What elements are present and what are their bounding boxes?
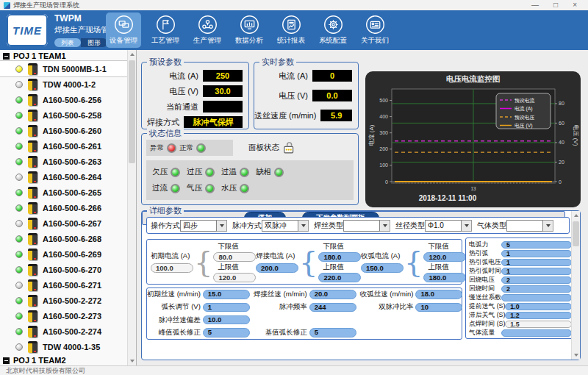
param-cell: 峰值弧长修正 5 [147,327,254,338]
tree-group-team2[interactable]: POJ 1 TEAM2 [0,354,136,365]
app-header: TIME TWPM 焊接生产现场管理系统 列表图形 设备管理 工艺管理 生产管理… [0,10,588,50]
param-input[interactable]: 18.0 [415,290,462,299]
nav-item[interactable]: 生产管理 [190,12,225,48]
lower-limit-input[interactable]: 120.0 [423,252,466,262]
view-toggle-button[interactable]: 列表 [54,38,81,47]
chevron-down-icon[interactable] [217,220,227,232]
welder-icon [28,341,37,353]
svg-text:80: 80 [559,101,564,106]
scroll-down-icon[interactable] [572,351,581,360]
scrollbar-thumb[interactable] [129,60,135,163]
param-input[interactable]: 1.5 [505,321,572,329]
device-item[interactable]: A160-500-6-267 [0,215,136,231]
device-item[interactable]: A160-500-6-268 [0,231,136,246]
param-input[interactable] [501,294,572,302]
upper-limit-input[interactable]: 220.0 [318,273,361,282]
chevron-down-icon[interactable] [543,220,553,232]
realtime-value-display: 0 [312,70,352,82]
param-input[interactable]: 2 [501,285,572,293]
dropdown-select[interactable] [506,220,553,232]
device-item[interactable]: A160-500-2-273 [0,308,136,324]
device-item[interactable]: A160-500-6-260 [0,123,136,138]
param-input[interactable]: 15.0 [203,290,250,299]
current-main-input[interactable]: 150.0 [361,263,404,273]
close-button[interactable]: × [573,0,577,10]
device-item[interactable]: A160-500-6-258 [0,107,136,123]
param-input[interactable]: 1.0 [505,303,572,311]
collapse-icon[interactable] [3,357,10,364]
param-input[interactable]: 20.0 [309,290,356,299]
overall-status-strip: 异常 正常 [146,140,233,156]
chevron-down-icon[interactable] [380,220,390,232]
param-input[interactable]: 1 [501,268,572,276]
view-toggle-button[interactable]: 图形 [81,38,107,47]
device-status-led [15,112,23,119]
svg-text:300: 300 [379,130,388,135]
brace-decoration: { [404,243,423,280]
param-input[interactable]: 1.2 [505,312,572,320]
report-icon [282,15,301,35]
dropdown-select[interactable]: 四步 [180,220,227,232]
nav-item[interactable]: 关于我们 [357,12,392,48]
nav-item[interactable]: 工艺管理 [148,12,183,48]
current-main-input[interactable]: 100.0 [151,263,193,273]
chevron-down-icon[interactable] [462,220,472,232]
lower-limit-input[interactable]: 180.0 [318,252,361,262]
dropdown-select[interactable]: Φ1.0 [425,220,472,232]
chevron-down-icon[interactable] [298,220,309,232]
svg-text:13: 13 [470,186,476,191]
device-item[interactable]: A160-500-6-264 [0,169,136,185]
upper-limit-input[interactable]: 180.0 [423,273,466,282]
lower-limit-input[interactable]: 80.0 [213,252,256,262]
param-input[interactable]: 2 [501,276,572,285]
device-item[interactable]: TDW 4000-1-35 [0,339,136,354]
device-status-led [15,235,23,243]
device-item[interactable]: A160-500-6-271 [0,277,136,293]
scroll-down-icon[interactable] [128,357,137,365]
param-cell: 弧长调节 (V) 1 [147,301,254,312]
param-input[interactable]: 5 [501,241,572,249]
device-item[interactable]: A160-500-6-261 [0,138,136,154]
scroll-up-icon[interactable] [572,211,581,220]
nav-item[interactable]: 统计报表 [273,12,309,48]
param-input[interactable]: 5 [203,328,250,338]
param-input[interactable]: 10.0 [203,315,250,325]
device-item[interactable]: TDN 5000MB-1-1 [0,61,136,76]
minimize-button[interactable]: — [531,0,539,10]
device-item[interactable]: A160-500-6-265 [0,185,136,200]
svg-text:预设电压: 预设电压 [514,115,534,121]
collapse-icon[interactable] [3,53,10,60]
device-item[interactable]: A160-500-6-269 [0,246,136,262]
scrollbar-thumb[interactable] [573,221,579,246]
param-input[interactable]: 1 [203,303,250,312]
param-input[interactable]: 1 [501,250,572,258]
nav-item[interactable]: 系统配置 [315,12,351,48]
nav-item[interactable]: 数据分析 [232,12,267,48]
maximize-button[interactable]: □ [553,0,558,10]
dropdown-select[interactable]: 双脉冲 [262,220,309,232]
alarm-indicator: 缺相 [256,167,284,177]
device-item[interactable]: A160-500-6-266 [0,200,136,215]
param-input[interactable]: 5 [309,328,356,338]
sidebar-scrollbar[interactable] [127,50,136,365]
current-main-input[interactable]: 200.0 [256,263,298,273]
alarm-indicator: 过温 [221,167,249,177]
nav-item[interactable]: 设备管理 [106,12,141,48]
param-input[interactable]: 1 [501,259,572,267]
param-input[interactable] [501,329,572,338]
upper-limit-input[interactable]: 120.0 [213,273,256,282]
scroll-up-icon[interactable] [128,50,137,59]
param-input[interactable]: 244 [309,303,356,312]
device-item[interactable]: A160-500-6-270 [0,262,136,277]
device-item[interactable]: A160-500-2-274 [0,324,136,339]
tree-group-team1[interactable]: POJ 1 TEAM1 [0,50,136,61]
device-item[interactable]: A160-500-6-256 [0,92,136,107]
param-input[interactable]: 10 [415,303,462,312]
detail-scrollbar[interactable] [571,211,580,360]
device-item[interactable]: A160-500-6-263 [0,154,136,169]
param-row: 电压 (V) 0.0 [254,90,358,101]
dropdown-select[interactable] [343,220,390,232]
param-row: 热引弧时间 1 [469,267,572,276]
device-item[interactable]: A160-500-2-272 [0,293,136,308]
device-item[interactable]: TDW 4000-1-2 [0,76,136,92]
